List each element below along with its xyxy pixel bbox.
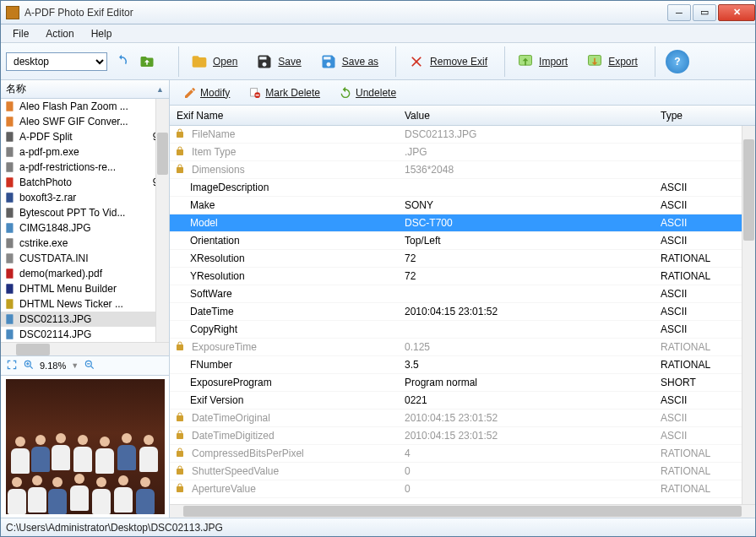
exif-row[interactable]: FileNameDSC02113.JPG [170,126,755,144]
exif-header[interactable]: Exif Name Value Type [170,106,755,126]
refresh-button[interactable] [111,51,133,73]
fit-width-icon[interactable] [6,359,18,373]
help-button[interactable]: ? [666,50,689,73]
lock-icon [175,341,187,353]
exif-row[interactable]: DateTimeOriginal2010:04:15 23:01:52ASCII [170,410,755,427]
file-list-header[interactable]: 名称 ▲ [1,80,169,99]
svg-rect-5 [6,147,13,157]
export-button[interactable]: Export [579,50,645,73]
svg-rect-23 [256,95,259,95]
zoom-dropdown-icon[interactable]: ▼ [71,361,79,370]
file-row[interactable]: CIMG1848.JPG1 [1,220,169,236]
exif-row[interactable]: CompressedBitsPerPixel4RATIONAL [170,445,755,463]
file-row[interactable]: DSC02113.JPG1 [1,312,169,327]
exif-table[interactable]: FileNameDSC02113.JPGItem Type.JPGDimensi… [170,126,755,504]
exif-value: 2010:04:15 23:01:52 [398,430,654,442]
exif-row[interactable]: Item Type.JPG [170,144,755,161]
sidebar: 名称 ▲ Aleo Flash Pan Zoom ...1Aleo SWF GI… [1,80,170,518]
exif-value: 2010:04:15 23:01:52 [398,306,654,317]
pencil-icon [183,86,197,100]
lock-icon [175,146,187,158]
exif-col-value[interactable]: Value [398,110,654,122]
file-row[interactable]: DHTML Menu Builder1 [1,281,169,296]
file-row[interactable]: demo(marked).pdf5 [1,266,169,281]
close-button[interactable]: ✕ [718,4,755,21]
preview-photo [6,379,165,514]
save-button[interactable]: Save [249,50,307,73]
zoom-out-icon[interactable] [84,359,95,373]
file-row[interactable]: Aleo SWF GIF Conver...1 [1,114,169,129]
app-icon [6,6,19,19]
exif-row[interactable]: MakeSONYASCII [170,197,755,214]
file-row[interactable]: CUSTDATA.INI1 [1,251,169,266]
menu-action[interactable]: Action [37,25,82,42]
file-row[interactable]: Aleo Flash Pan Zoom ...1 [1,99,169,114]
svg-rect-6 [6,162,13,172]
file-row[interactable]: Bytescout PPT To Vid...1 [1,205,169,220]
exif-row[interactable]: ModelDSC-T700ASCII [170,214,755,232]
modify-button[interactable]: Modify [177,84,237,101]
file-row[interactable]: A-PDF Split92 [1,129,169,144]
file-name: CIMG1848.JPG [19,222,149,234]
mark-delete-button[interactable]: Mark Delete [242,84,327,101]
exif-row[interactable]: ApertureValue0RATIONAL [170,480,755,498]
import-button[interactable]: Import [510,50,574,73]
exif-row[interactable]: ExposureTime0.125RATIONAL [170,339,755,356]
file-row[interactable]: DHTML News Ticker ...1 [1,296,169,312]
exif-row[interactable]: Dimensions1536*2048 [170,161,755,179]
exif-value: 72 [398,270,654,282]
file-row[interactable]: boxoft3-z.rar2 [1,190,169,205]
file-row[interactable]: BatchPhoto98 [1,175,169,190]
folder-select[interactable]: desktop [6,52,107,71]
open-button[interactable]: Open [184,50,244,73]
file-row[interactable]: a-pdf-restrictions-re...2 [1,160,169,175]
file-list[interactable]: Aleo Flash Pan Zoom ...1Aleo SWF GIF Con… [1,99,169,342]
exif-col-type[interactable]: Type [654,110,755,122]
exif-type: ASCII [654,323,755,335]
file-icon [4,146,16,158]
exif-value: .JPG [398,146,654,158]
undelete-button[interactable]: Undelete [332,84,403,101]
exif-row[interactable]: Exif Version0221ASCII [170,392,755,410]
remove-exif-button[interactable]: Remove Exif [401,50,494,73]
exif-name: DateTimeDigitized [192,430,275,442]
maximize-button[interactable]: ▭ [693,4,716,21]
file-icon [4,161,16,173]
exif-row[interactable]: CopyRightASCII [170,321,755,339]
exif-row[interactable]: XResolution72RATIONAL [170,250,755,268]
exif-row[interactable]: ShutterSpeedValue0RATIONAL [170,463,755,480]
file-row[interactable]: DSC02114.JPG1 [1,327,169,342]
exif-scrollbar-v[interactable] [742,126,755,504]
exif-row[interactable]: ExposureProgramProgram normalSHORT [170,374,755,392]
file-list-scrollbar-h[interactable] [1,342,169,355]
exif-scrollbar-h[interactable] [170,504,755,518]
file-name: boxoft3-z.rar [19,192,149,203]
exif-row[interactable]: DateTime2010:04:15 23:01:52ASCII [170,303,755,321]
file-name: BatchPhoto [19,176,149,188]
file-row[interactable]: a-pdf-pm.exe3 [1,144,169,160]
exif-row[interactable]: ImageDescriptionASCII [170,179,755,197]
exif-name: Dimensions [192,164,245,176]
minimize-button[interactable]: ─ [667,4,691,21]
file-list-scrollbar-v[interactable] [155,99,169,342]
exif-value: 0.125 [398,341,654,353]
menu-file[interactable]: File [4,25,37,42]
exif-name: FileName [192,128,235,140]
exif-value: 72 [398,252,654,264]
svg-rect-8 [6,193,13,203]
exif-type: ASCII [654,412,755,424]
exif-col-name[interactable]: Exif Name [170,110,398,122]
image-preview [1,376,169,518]
file-row[interactable]: cstrike.exe1 [1,236,169,251]
up-folder-button[interactable] [136,51,158,73]
save-as-button[interactable]: Save as [313,50,385,73]
exif-row[interactable]: YResolution72RATIONAL [170,268,755,285]
exif-row[interactable]: FNumber3.5RATIONAL [170,356,755,374]
menu-help[interactable]: Help [83,25,121,42]
exif-row[interactable]: DateTimeDigitized2010:04:15 23:01:52ASCI… [170,427,755,445]
zoom-in-icon[interactable] [23,359,35,373]
svg-rect-14 [6,284,13,294]
exif-row[interactable]: SoftWareASCII [170,285,755,303]
lock-icon [175,448,187,459]
exif-row[interactable]: OrientationTop/LeftASCII [170,232,755,250]
